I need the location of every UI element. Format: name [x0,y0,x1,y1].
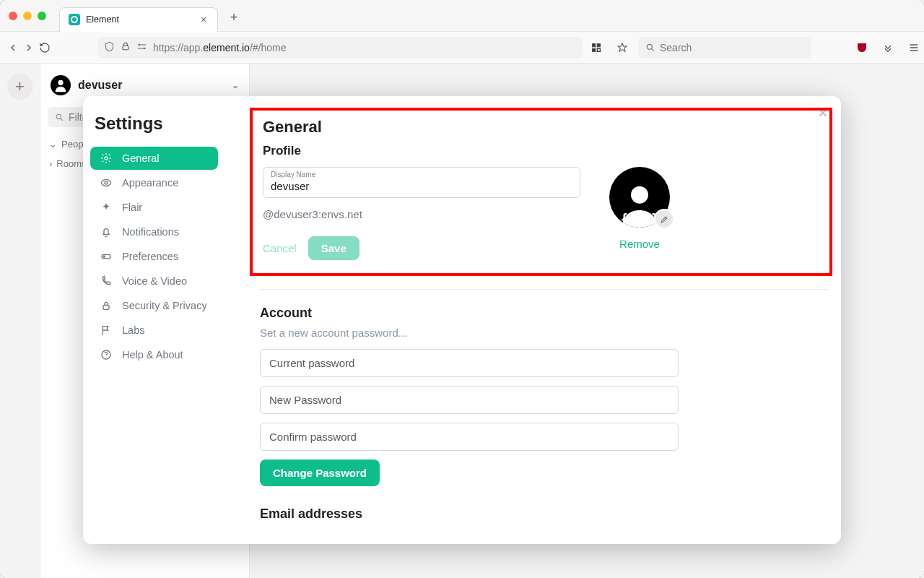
element-favicon-icon [69,14,80,25]
settings-title: Settings [95,113,218,134]
display-name-field[interactable]: Display Name [263,167,580,198]
remove-avatar-button[interactable]: Remove [609,238,670,250]
ublock-icon[interactable] [852,38,872,58]
svg-rect-4 [593,43,596,46]
gear-icon [100,152,112,164]
toggle-icon [100,251,112,262]
tab-label: General [122,152,160,164]
svg-point-3 [143,47,145,49]
general-heading: General [263,118,819,137]
overflow-icon[interactable] [878,38,898,58]
settings-dialog: Settings General Appearance Flair Notifi… [83,96,841,544]
phone-icon [100,275,112,287]
tab-label: Help & About [122,349,183,361]
matrix-id: @devuser3:envs.net [263,208,580,220]
pencil-icon [660,215,669,224]
maximize-window-button[interactable] [38,12,46,20]
settings-sidebar: Settings General Appearance Flair Notifi… [83,96,224,544]
tab-security[interactable]: Security & Privacy [90,294,218,317]
grid-icon[interactable] [586,38,606,58]
shield-icon [104,41,115,54]
tab-preferences[interactable]: Preferences [90,245,218,268]
tab-voice-video[interactable]: Voice & Video [90,269,218,293]
svg-point-17 [631,186,648,204]
back-button[interactable] [7,38,19,58]
eye-icon [100,177,112,189]
highlighted-region: General Profile Display Name @devuser3:e… [250,108,832,276]
confirm-password-input[interactable] [260,423,679,451]
tab-close-icon[interactable]: × [199,14,209,25]
edit-avatar-button[interactable] [654,209,674,229]
search-icon [645,43,655,53]
display-name-label: Display Name [271,171,572,178]
bookmark-star-icon[interactable] [612,38,632,58]
email-addresses-heading: Email addresses [260,506,828,522]
profile-heading: Profile [263,144,819,158]
sparkle-icon [100,202,112,213]
svg-rect-15 [103,305,109,309]
tab-help[interactable]: Help & About [90,343,218,366]
url-text: https://app.element.io/#/home [153,42,286,53]
svg-point-11 [105,157,108,160]
account-hint: Set a new account password... [260,327,828,339]
tab-label: Voice & Video [122,275,187,287]
tab-label: Preferences [122,251,178,262]
permissions-icon[interactable] [136,41,147,54]
bell-icon [100,226,112,238]
browser-toolbar: https://app.element.io/#/home Search [0,32,924,64]
forward-button[interactable] [23,38,35,58]
svg-point-2 [139,43,141,46]
new-tab-button[interactable]: + [224,8,244,28]
tab-label: Labs [122,324,144,336]
tab-label: Flair [122,202,142,213]
browser-search-input[interactable]: Search [638,37,811,59]
svg-rect-7 [597,48,600,51]
search-placeholder: Search [660,42,692,53]
account-heading: Account [260,306,828,321]
reload-button[interactable] [39,38,51,58]
lock-icon [121,41,131,53]
lock-icon [100,300,112,311]
tab-appearance[interactable]: Appearance [90,171,218,194]
close-window-button[interactable] [9,12,17,20]
svg-point-14 [103,255,105,257]
svg-point-8 [647,44,652,49]
save-button[interactable]: Save [308,236,359,260]
browser-tab[interactable]: Element × [59,7,218,32]
change-password-button[interactable]: Change Password [260,460,380,486]
tab-general[interactable]: General [90,147,218,170]
svg-point-0 [71,17,77,22]
new-password-input[interactable] [260,386,679,414]
tab-title: Element [86,14,193,25]
settings-content: General Profile Display Name @devuser3:e… [224,96,841,544]
help-icon [100,349,112,361]
divider [260,289,828,290]
display-name-input[interactable] [271,178,572,192]
window-titlebar: Element × + [0,0,924,32]
svg-rect-5 [597,43,600,46]
svg-rect-1 [123,46,128,49]
hamburger-menu-icon[interactable] [904,38,924,58]
svg-text:{dev}: {dev} [622,211,658,227]
svg-point-12 [105,181,108,184]
tab-label: Appearance [122,177,178,189]
window-controls [9,12,46,20]
tab-label: Notifications [122,226,179,238]
tab-label: Security & Privacy [122,300,207,311]
cancel-button[interactable]: Cancel [263,242,297,254]
flag-icon [100,324,112,336]
svg-rect-6 [593,48,596,51]
tab-flair[interactable]: Flair [90,196,218,219]
minimize-window-button[interactable] [23,12,32,20]
current-password-input[interactable] [260,349,679,377]
tab-notifications[interactable]: Notifications [90,220,218,243]
address-bar[interactable]: https://app.element.io/#/home [98,37,582,59]
tab-labs[interactable]: Labs [90,319,218,342]
